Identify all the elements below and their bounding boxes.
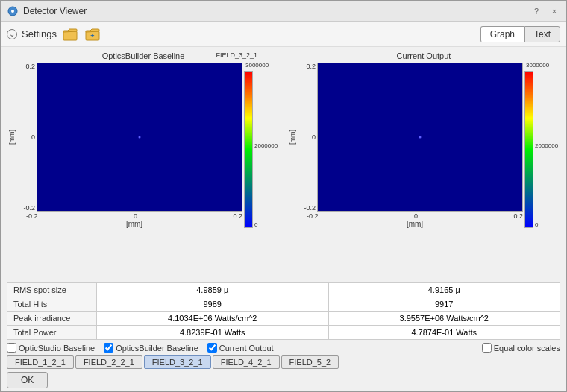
power-value2: 4.7874E-01 Watts	[328, 326, 560, 340]
toolbar: ⌄ Settings + Graph Text	[1, 22, 566, 47]
ok-row: OK	[7, 372, 560, 388]
chart2-x-labels: -0.2 0 0.2	[307, 212, 523, 220]
current-checkbox[interactable]	[207, 343, 217, 353]
table-row: Peak irradiance 4.1034E+06 Watts/cm^2 3.…	[7, 312, 560, 326]
irradiance-label: Peak irradiance	[7, 312, 97, 326]
hits-value2: 9917	[328, 297, 560, 312]
detector-viewer-window: Detector Viewer ? × ⌄ Settings +	[0, 0, 567, 392]
bottom-controls: OpticStudio Baseline OpticsBuilder Basel…	[7, 343, 560, 388]
graph-tab[interactable]: Graph	[480, 26, 524, 42]
chart-optics-builder: OpticsBuilder Baseline FIELD_3_2_1 [mm] …	[7, 51, 280, 279]
field-tab-1[interactable]: FIELD_1_2_1	[7, 355, 74, 369]
chart1-cb-mid: 2000000	[254, 142, 280, 149]
folder-open-button[interactable]	[61, 25, 79, 43]
opticstudio-checkbox-item[interactable]: OpticStudio Baseline	[7, 343, 95, 353]
data-table: RMS spot size 4.9859 µ 4.9165 µ Total Hi…	[7, 282, 560, 340]
chart1-colorbar-bar	[244, 71, 253, 228]
irradiance-value2: 3.9557E+06 Watts/cm^2	[328, 312, 560, 326]
rms-label: RMS spot size	[7, 283, 97, 297]
help-button[interactable]: ?	[530, 5, 542, 17]
equal-color-label: Equal color scales	[494, 344, 560, 353]
close-button[interactable]: ×	[548, 5, 560, 17]
table-row: Total Hits 9989 9917	[7, 297, 560, 312]
field-tab-4[interactable]: FIELD_4_2_1	[213, 355, 280, 369]
power-label: Total Power	[7, 326, 97, 340]
ok-button[interactable]: OK	[7, 372, 48, 388]
chart2-center-dot	[419, 136, 422, 139]
rms-value1: 4.9859 µ	[97, 283, 329, 297]
field-tab-3[interactable]: FIELD_3_2_1	[144, 355, 211, 369]
chart2-y-axis: [mm] 0.2 0 -0.2	[287, 63, 523, 212]
chart1-colorbar-labels: 2000000 0	[253, 71, 280, 228]
chart1-y-unit: [mm]	[7, 63, 17, 212]
field-tab-2[interactable]: FIELD_2_2_1	[75, 355, 142, 369]
opticstudio-checkbox[interactable]	[7, 343, 16, 353]
field-label-top: FIELD_3_2_1	[216, 51, 257, 59]
app-icon	[7, 5, 19, 17]
chart2-cb-bot: 0	[535, 221, 560, 228]
table-row: RMS spot size 4.9859 µ 4.9165 µ	[7, 283, 560, 297]
chart1-y-labels: 0.2 0 -0.2	[17, 63, 37, 212]
irradiance-value1: 4.1034E+06 Watts/cm^2	[97, 312, 329, 326]
charts-row: OpticsBuilder Baseline FIELD_3_2_1 [mm] …	[7, 51, 560, 279]
chart1-plot	[37, 63, 242, 212]
chart2-inner: [mm] 0.2 0 -0.2 -0.2	[287, 63, 523, 228]
chart1-title: OpticsBuilder Baseline	[102, 51, 185, 60]
table-row: Total Power 4.8239E-01 Watts 4.7874E-01 …	[7, 326, 560, 340]
opticsbuilder-checkbox-item[interactable]: OpticsBuilder Baseline	[104, 343, 198, 353]
toolbar-left: ⌄ Settings +	[7, 25, 101, 43]
opticsbuilder-checkbox[interactable]	[104, 343, 113, 353]
hits-label: Total Hits	[7, 297, 97, 312]
field-tab-5[interactable]: FIELD_5_2	[281, 355, 339, 369]
current-checkbox-item[interactable]: Current Output	[207, 343, 274, 353]
tab-buttons: Graph Text	[480, 26, 560, 42]
chart2-colorbar-labels: 2000000 0	[533, 71, 560, 228]
window-title: Detector Viewer	[23, 6, 87, 16]
chart1-area: [mm] 0.2 0 -0.2 -0.2	[7, 63, 280, 228]
chart1-colorbar: 3000000 2000000 0	[244, 63, 280, 228]
chart-current-output: Current Output [mm] 0.2 0 -0.2	[287, 51, 560, 279]
equal-color-checkbox[interactable]	[482, 343, 492, 353]
main-content: OpticsBuilder Baseline FIELD_3_2_1 [mm] …	[1, 47, 566, 391]
chart2-title: Current Output	[397, 51, 451, 60]
expand-icon[interactable]: ⌄	[7, 29, 17, 39]
chart2-cb-mid: 2000000	[535, 142, 560, 149]
hits-value1: 9989	[97, 297, 329, 312]
checkboxes-row: OpticStudio Baseline OpticsBuilder Basel…	[7, 343, 560, 353]
opticstudio-label: OpticStudio Baseline	[19, 344, 95, 353]
chart1-x-unit: [mm]	[26, 220, 242, 228]
field-tabs-row: FIELD_1_2_1 FIELD_2_2_1 FIELD_3_2_1 FIEL…	[7, 355, 560, 369]
folder-icon	[63, 28, 78, 41]
chart2-area: [mm] 0.2 0 -0.2 -0.2	[287, 63, 560, 228]
rms-value2: 4.9165 µ	[328, 283, 560, 297]
svg-rect-2	[63, 31, 77, 40]
chart2-colorbar-bar	[524, 71, 533, 228]
settings-label: Settings	[22, 28, 57, 39]
chart2-colorbar: 3000000 2000000 0	[524, 63, 560, 228]
equal-color-right: Equal color scales	[482, 343, 560, 353]
chart2-y-labels: 0.2 0 -0.2	[298, 63, 317, 212]
text-tab[interactable]: Text	[524, 26, 560, 42]
title-bar: Detector Viewer ? ×	[1, 1, 566, 22]
svg-text:+: +	[90, 32, 94, 39]
chart1-x-labels: -0.2 0 0.2	[26, 212, 242, 220]
chart1-center-dot	[139, 136, 141, 139]
add-chart-button[interactable]: +	[84, 25, 101, 43]
power-value1: 4.8239E-01 Watts	[97, 326, 329, 340]
chart1-colorbar-top: 3000000	[245, 63, 269, 69]
opticsbuilder-label: OpticsBuilder Baseline	[116, 344, 198, 353]
title-bar-left: Detector Viewer	[7, 5, 87, 17]
svg-point-1	[11, 10, 14, 13]
add-chart-icon: +	[85, 28, 100, 41]
chart1-y-axis: [mm] 0.2 0 -0.2	[7, 63, 242, 212]
chart2-plot	[317, 63, 523, 212]
title-bar-right: ? ×	[530, 5, 560, 17]
chart1-cb-bot: 0	[254, 221, 280, 228]
current-label: Current Output	[219, 344, 274, 353]
chart2-colorbar-top: 3000000	[526, 63, 549, 69]
chart2-y-unit: [mm]	[287, 63, 298, 212]
chart1-inner: [mm] 0.2 0 -0.2 -0.2	[7, 63, 242, 228]
chart2-x-unit: [mm]	[307, 220, 523, 228]
